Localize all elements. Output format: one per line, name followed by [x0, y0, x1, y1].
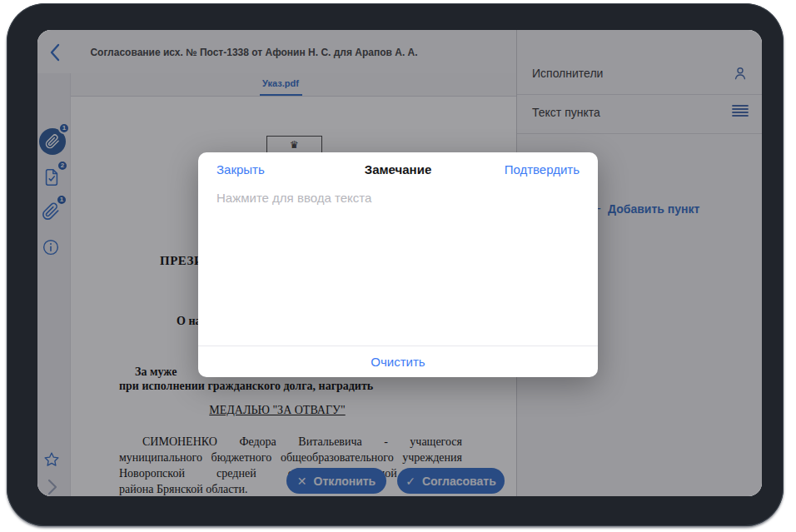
modal-close-button[interactable]: Закрыть [216, 162, 265, 177]
modal-confirm-button[interactable]: Подтвердить [505, 162, 580, 177]
modal-title: Замечание [365, 162, 431, 177]
remark-modal: Закрыть Замечание Подтвердить Нажмите дл… [198, 152, 598, 377]
modal-clear-button[interactable]: Очистить [371, 355, 425, 369]
modal-footer: Очистить [198, 346, 598, 377]
page: Согласование исх. № Пост-1338 от Афонин … [0, 0, 796, 532]
remark-placeholder: Нажмите для ввода текста [216, 191, 580, 205]
app-screen: Согласование исх. № Пост-1338 от Афонин … [37, 30, 762, 496]
modal-header: Закрыть Замечание Подтвердить [198, 152, 598, 187]
remark-text-input[interactable]: Нажмите для ввода текста [216, 191, 580, 344]
